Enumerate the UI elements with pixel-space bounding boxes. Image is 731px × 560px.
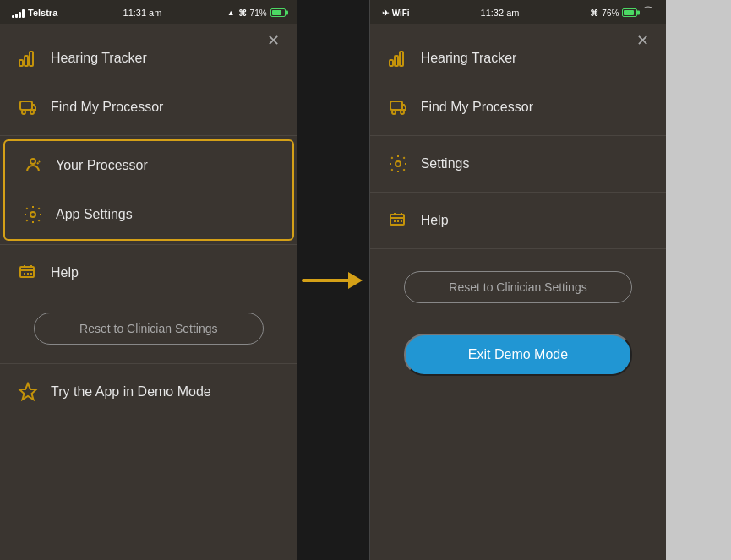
right-battery-icon <box>622 8 637 17</box>
right-settings-icon <box>387 153 409 175</box>
hearing-tracker-icon <box>17 47 39 69</box>
left-divider-3 <box>0 363 297 364</box>
right-battery-percent: 76% <box>602 8 619 18</box>
right-hearing-tracker-label: Hearing Tracker <box>421 51 517 66</box>
svg-rect-0 <box>19 60 23 66</box>
right-divider-3 <box>370 248 667 249</box>
left-menu-item-app-settings[interactable]: App Settings <box>5 190 292 239</box>
svg-point-17 <box>401 111 404 114</box>
highlight-box: Your Processor App Settings <box>3 139 294 241</box>
exit-demo-button[interactable]: Exit Demo Mode <box>404 334 633 376</box>
demo-label: Try the App in Demo Mode <box>51 384 211 400</box>
right-settings-label: Settings <box>421 156 470 171</box>
help-label: Help <box>51 265 79 280</box>
bluetooth-icon: ⌘ <box>238 8 247 18</box>
left-menu-item-find-processor[interactable]: Find My Processor <box>0 83 297 132</box>
find-processor-icon <box>17 96 39 118</box>
battery-percent: 71% <box>250 8 267 18</box>
svg-point-7 <box>30 212 35 217</box>
svg-rect-8 <box>20 267 34 277</box>
svg-rect-1 <box>25 56 28 66</box>
svg-point-6 <box>30 159 35 164</box>
app-settings-icon <box>22 204 44 226</box>
demo-icon <box>17 381 39 403</box>
right-menu-item-find-processor[interactable]: Find My Processor <box>370 83 667 132</box>
right-find-processor-icon <box>387 96 409 118</box>
left-carrier: Telstra <box>12 8 57 18</box>
right-help-label: Help <box>421 213 449 228</box>
help-icon <box>17 262 39 284</box>
svg-rect-19 <box>390 215 404 225</box>
right-close-button[interactable]: ✕ <box>632 30 652 51</box>
left-reset-area: Reset to Clinician Settings <box>0 297 297 360</box>
left-menu-item-help[interactable]: Help <box>0 248 297 297</box>
carrier-name: Telstra <box>28 8 57 18</box>
left-status-bar: Telstra 11:31 am ▲ ⌘ 71% <box>0 0 297 24</box>
right-find-processor-label: Find My Processor <box>421 100 533 115</box>
middle-area <box>297 0 369 560</box>
right-phone: ✈ WiFi 11:32 am ⌘ 76% ⌒ ✕ Hear <box>369 0 667 560</box>
right-menu-item-settings[interactable]: Settings <box>370 139 667 188</box>
left-menu-list: Hearing Tracker Find My Processor <box>0 34 297 416</box>
accessibility-icon: ⌒ <box>642 5 654 20</box>
right-menu-item-hearing-tracker[interactable]: Hearing Tracker <box>370 34 667 83</box>
right-divider-2 <box>370 192 667 193</box>
location-icon: ▲ <box>227 8 235 17</box>
your-processor-icon <box>22 155 44 177</box>
right-white-panel <box>666 0 731 560</box>
svg-rect-14 <box>400 52 403 66</box>
left-phone: Telstra 11:31 am ▲ ⌘ 71% ✕ Hearing Track… <box>0 0 297 560</box>
your-processor-label: Your Processor <box>56 158 148 173</box>
right-battery-area: ⌘ 76% ⌒ <box>590 5 654 20</box>
app-settings-label: App Settings <box>56 207 133 222</box>
signal-icon <box>12 8 25 18</box>
right-reset-area: Reset to Clinician Settings <box>370 253 667 318</box>
left-reset-button[interactable]: Reset to Clinician Settings <box>34 313 264 345</box>
svg-rect-15 <box>390 101 402 110</box>
svg-rect-13 <box>395 56 398 66</box>
right-reset-button[interactable]: Reset to Clinician Settings <box>404 271 633 303</box>
svg-point-4 <box>22 111 25 114</box>
svg-point-16 <box>392 111 396 114</box>
left-menu-item-demo[interactable]: Try the App in Demo Mode <box>0 367 297 416</box>
svg-rect-3 <box>20 101 32 110</box>
left-divider-2 <box>0 244 297 245</box>
svg-rect-12 <box>390 60 393 66</box>
svg-point-5 <box>30 111 34 114</box>
left-menu-item-hearing-tracker[interactable]: Hearing Tracker <box>0 34 297 83</box>
left-battery-area: ▲ ⌘ 71% <box>227 8 286 18</box>
left-menu-item-your-processor[interactable]: Your Processor <box>5 141 292 190</box>
svg-marker-11 <box>348 272 363 289</box>
right-divider-1 <box>370 135 667 136</box>
airplane-icon: ✈ <box>382 8 389 18</box>
hearing-tracker-label: Hearing Tracker <box>51 51 147 66</box>
svg-marker-9 <box>19 383 36 400</box>
right-hearing-tracker-icon <box>387 47 409 69</box>
wifi-icon: WiFi <box>392 8 410 18</box>
arrow-icon <box>299 265 367 296</box>
right-help-icon <box>387 209 409 231</box>
find-processor-label: Find My Processor <box>51 100 163 115</box>
close-button[interactable]: ✕ <box>264 30 284 51</box>
svg-rect-2 <box>30 52 33 66</box>
battery-icon <box>270 8 286 17</box>
right-status-left: ✈ WiFi <box>382 8 410 18</box>
left-time: 11:31 am <box>123 8 162 18</box>
svg-point-18 <box>396 161 401 166</box>
right-time: 11:32 am <box>481 8 520 18</box>
exit-demo-area: Exit Demo Mode <box>370 318 667 391</box>
left-divider-1 <box>0 135 297 136</box>
right-menu-item-help[interactable]: Help <box>370 196 667 245</box>
right-status-bar: ✈ WiFi 11:32 am ⌘ 76% ⌒ <box>370 0 667 24</box>
right-bluetooth-icon: ⌘ <box>590 8 598 18</box>
right-menu-list: Hearing Tracker Find My Processor <box>370 34 667 391</box>
